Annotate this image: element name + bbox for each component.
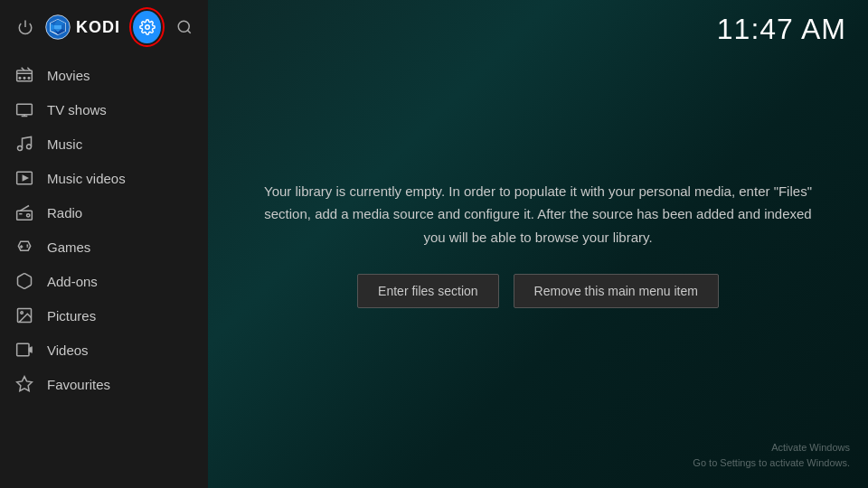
svg-rect-29 xyxy=(17,343,29,355)
sidebar-item-videos-label: Videos xyxy=(47,343,89,358)
games-icon xyxy=(14,237,34,257)
sidebar-item-games[interactable]: Games xyxy=(0,230,208,264)
svg-rect-17 xyxy=(17,104,33,115)
sidebar-item-pictures-label: Pictures xyxy=(47,308,96,324)
tv-icon xyxy=(14,99,34,119)
sidebar-item-favourites-label: Favourites xyxy=(47,377,110,392)
svg-point-11 xyxy=(178,21,189,32)
enter-files-button[interactable]: Enter files section xyxy=(357,274,499,308)
sidebar-item-tv-shows[interactable]: TV shows xyxy=(0,92,208,127)
svg-point-20 xyxy=(18,146,23,151)
sidebar: KODI xyxy=(0,0,208,488)
svg-point-25 xyxy=(27,214,30,217)
library-message: Your library is currently empty. In orde… xyxy=(262,180,814,249)
svg-point-21 xyxy=(27,145,32,149)
radio-icon xyxy=(14,202,34,222)
activation-line1: Activate Windows xyxy=(693,440,850,455)
sidebar-item-music-videos[interactable]: Music videos xyxy=(0,161,208,195)
svg-marker-23 xyxy=(23,176,27,181)
app-container: KODI xyxy=(0,0,868,488)
sidebar-item-music-label: Music xyxy=(47,136,82,152)
sidebar-item-favourites[interactable]: Favourites xyxy=(0,367,208,401)
time-display: 11:47 AM xyxy=(717,13,846,46)
sidebar-item-tv-shows-label: TV shows xyxy=(47,102,107,117)
svg-line-12 xyxy=(187,30,190,33)
videos-icon xyxy=(14,340,34,360)
sidebar-item-music-videos-label: Music videos xyxy=(47,171,126,186)
music-video-icon xyxy=(14,168,34,188)
remove-menu-item-button[interactable]: Remove this main menu item xyxy=(514,274,719,308)
svg-marker-30 xyxy=(29,347,32,353)
main-content: 11:47 AM Your library is currently empty… xyxy=(208,0,868,488)
sidebar-item-games-label: Games xyxy=(47,239,90,255)
pictures-icon xyxy=(14,305,34,325)
activation-notice: Activate Windows Go to Settings to activ… xyxy=(693,440,850,470)
sidebar-item-radio[interactable]: Radio xyxy=(0,195,208,230)
movies-icon xyxy=(14,65,34,85)
svg-marker-31 xyxy=(17,377,33,391)
content-area: Your library is currently empty. In orde… xyxy=(208,0,868,488)
sidebar-item-videos[interactable]: Videos xyxy=(0,333,208,367)
settings-button[interactable] xyxy=(133,11,161,43)
power-button[interactable] xyxy=(14,14,36,40)
app-title: KODI xyxy=(76,18,120,37)
activation-line2: Go to Settings to activate Windows. xyxy=(693,455,850,471)
svg-point-16 xyxy=(28,78,30,80)
svg-point-10 xyxy=(145,25,149,30)
sidebar-nav: Movies TV shows xyxy=(0,54,208,488)
svg-point-15 xyxy=(24,78,25,80)
action-buttons: Enter files section Remove this main men… xyxy=(357,274,719,308)
sidebar-item-movies[interactable]: Movies xyxy=(0,58,208,92)
sidebar-topbar: KODI xyxy=(0,0,208,54)
music-icon xyxy=(14,134,34,154)
sidebar-item-radio-label: Radio xyxy=(47,205,82,221)
sidebar-item-pictures[interactable]: Pictures xyxy=(0,298,208,333)
favourites-icon xyxy=(14,374,34,394)
sidebar-item-movies-label: Movies xyxy=(47,68,90,83)
svg-point-14 xyxy=(19,78,21,80)
addons-icon xyxy=(14,271,34,291)
sidebar-item-addons-label: Add-ons xyxy=(47,274,98,289)
svg-point-28 xyxy=(21,312,23,314)
sidebar-item-addons[interactable]: Add-ons xyxy=(0,264,208,298)
kodi-logo: KODI xyxy=(45,14,120,40)
search-button[interactable] xyxy=(174,14,195,40)
sidebar-item-music[interactable]: Music xyxy=(0,127,208,161)
